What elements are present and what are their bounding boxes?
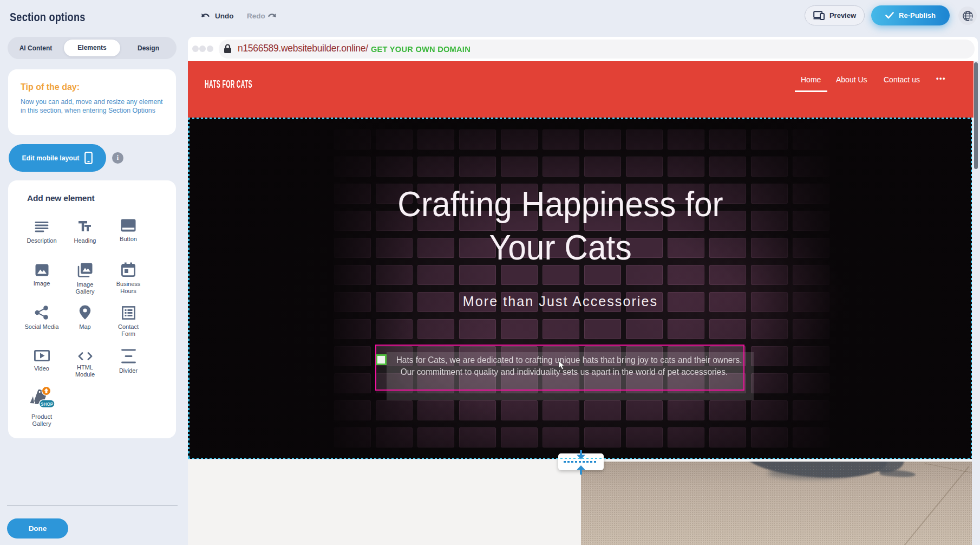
svg-text:SHOP: SHOP <box>41 402 54 407</box>
